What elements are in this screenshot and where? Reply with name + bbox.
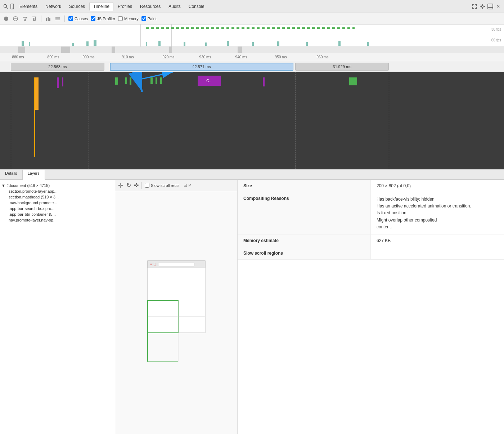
timeline-ruler: 880 ms 890 ms 900 ms 910 ms 920 ms 930 m… — [0, 53, 504, 61]
fps-bar-15 — [367, 42, 369, 46]
ruler-tick-940: 940 ms — [235, 55, 247, 59]
search-icon[interactable] — [3, 4, 9, 9]
duration-bar-1[interactable]: 22.563 ms — [11, 63, 104, 71]
svg-line-22 — [130, 72, 142, 92]
fps-bar-2 — [29, 42, 30, 46]
dock-icon[interactable] — [487, 4, 493, 9]
menu-item-network[interactable]: Network — [42, 3, 65, 10]
toolbar-separator-2 — [64, 15, 65, 22]
duration-bar-2[interactable]: 42.571 ms — [110, 63, 293, 71]
fps-bar-8 — [184, 42, 185, 46]
compositing-reason-2: Has an active accelerated animation or t… — [377, 203, 498, 210]
svg-rect-15 — [49, 18, 50, 21]
toolbar: Causes JS Profiler Memory Paint — [0, 13, 504, 24]
timeline-container: 30 fps 60 fps 880 ms — [0, 24, 504, 170]
vline-1 — [11, 72, 11, 169]
compositing-label: Compositing Reasons — [238, 192, 371, 234]
paint-checkbox[interactable]: Paint — [141, 16, 157, 21]
menu-item-profiles[interactable]: Profiles — [114, 3, 136, 10]
menu-item-resources[interactable]: Resources — [136, 3, 164, 10]
menu-item-audits[interactable]: Audits — [165, 3, 184, 10]
panel-row: ▼ #document (519 × 4715) section.promote… — [0, 180, 504, 434]
slow-scroll-label-prop: Slow scroll regions — [238, 247, 371, 260]
tree-item-document[interactable]: ▼ #document (519 × 4715) — [0, 183, 115, 188]
event-green-5 — [156, 77, 157, 84]
fps-bottom-bar — [0, 46, 504, 53]
memory-input[interactable] — [118, 16, 123, 21]
fps-bar-7 — [158, 41, 161, 46]
paint-label: Paint — [148, 17, 157, 21]
slow-scroll-rects-checkbox[interactable]: Slow scroll rects — [145, 183, 179, 188]
tree-item-nav-background[interactable]: .nav-background.promote... — [0, 200, 115, 206]
js-profiler-checkbox[interactable]: JS Profiler — [91, 16, 115, 21]
menu-item-elements[interactable]: Elements — [16, 3, 41, 10]
pan-icon[interactable]: ✜ — [134, 182, 139, 189]
fps-bar-13 — [306, 42, 308, 46]
event-green-3 — [130, 77, 131, 85]
menu-item-timeline[interactable]: Timeline — [89, 2, 113, 11]
ruler-tick-900: 900 ms — [83, 55, 95, 59]
dark-timeline[interactable]: C... — [0, 72, 504, 169]
compositing-value: Has backface-visibility: hidden. Has an … — [371, 192, 504, 234]
bar-chart-button[interactable] — [45, 15, 51, 22]
device-icon[interactable] — [9, 4, 15, 9]
memory-checkbox[interactable]: Memory — [118, 16, 139, 21]
causes-input[interactable] — [68, 16, 73, 21]
fps-green-line — [146, 27, 355, 29]
menu-item-sources[interactable]: Sources — [66, 3, 89, 10]
fps-30-label: 30 fps — [491, 27, 501, 31]
svg-point-4 — [482, 5, 483, 7]
layer-preview-panel: ✛ ↻ ✜ Slow scroll rects ☑ P — [115, 180, 238, 434]
event-yellow-tall — [34, 77, 35, 157]
event-purple-1 — [57, 77, 59, 88]
duration-bar-3[interactable]: 31.929 ms — [295, 63, 389, 71]
tree-item-nav-op[interactable]: nav.promote-layer.nav-op... — [0, 217, 115, 223]
expand-icon[interactable] — [472, 4, 477, 9]
svg-rect-25 — [158, 263, 194, 266]
toolbar-separator-1 — [41, 15, 41, 22]
slow-scroll-input[interactable] — [145, 183, 149, 188]
tab-layers[interactable]: Layers — [23, 170, 45, 180]
flame-button[interactable] — [54, 15, 61, 22]
rotate-icon[interactable]: ↻ — [126, 182, 131, 189]
stop-button[interactable] — [12, 15, 19, 22]
memory-label: Memory estimate — [238, 234, 371, 247]
tree-item-btn-container[interactable]: .app-bar-btn-container (5... — [0, 211, 115, 217]
slow-scroll-value — [371, 247, 504, 260]
fps-gray-3 — [112, 46, 115, 53]
layer-wireframe: ≡ 1 — [137, 257, 216, 369]
clear-button[interactable] — [31, 15, 37, 22]
settings-icon[interactable] — [480, 4, 485, 9]
tree-item-promote-layer[interactable]: section.promote-layer.app... — [0, 188, 115, 194]
causes-checkbox[interactable]: Causes — [68, 16, 88, 21]
tree-item-search-box[interactable]: .app-bar-search-box.pro... — [0, 206, 115, 211]
svg-line-1 — [6, 7, 8, 9]
js-profiler-input[interactable] — [91, 16, 95, 21]
blue-arrow — [108, 72, 158, 102]
paint-input[interactable] — [141, 16, 146, 21]
fps-gray-2 — [61, 46, 70, 53]
layers-tree-panel: ▼ #document (519 × 4715) section.promote… — [0, 180, 115, 434]
compositing-reason-3: Is fixed position. — [377, 210, 498, 216]
menu-item-console[interactable]: Console — [185, 3, 208, 10]
ruler-tick-920: 920 ms — [163, 55, 175, 59]
tree-item-masthead[interactable]: section.masthead (519 × 3... — [0, 194, 115, 200]
svg-point-7 — [4, 17, 8, 21]
ruler-tick-880: 880 ms — [12, 55, 24, 59]
layer-preview-canvas[interactable]: ≡ 1 — [115, 191, 237, 434]
record-button[interactable] — [3, 15, 9, 22]
fps-section[interactable]: 30 fps 60 fps — [0, 24, 504, 53]
filter-button[interactable] — [22, 15, 28, 22]
fps-gray-5 — [238, 46, 242, 53]
close-icon[interactable]: ✕ — [495, 4, 501, 9]
details-tabs: Details Layers — [0, 170, 504, 180]
bottom-section: Details Layers ▼ #document (519 × 4715) … — [0, 170, 504, 434]
arrow-overlay — [0, 72, 504, 169]
move-icon[interactable]: ✛ — [118, 182, 123, 189]
tab-details[interactable]: Details — [0, 170, 23, 179]
size-value: 200 × 802 (at 0,0) — [371, 180, 504, 192]
fps-gray-4 — [169, 46, 172, 53]
svg-rect-23 — [148, 261, 205, 333]
ruler-tick-910: 910 ms — [122, 55, 134, 59]
duration-bar-row[interactable]: 22.563 ms 42.571 ms 31.929 ms — [0, 61, 504, 72]
